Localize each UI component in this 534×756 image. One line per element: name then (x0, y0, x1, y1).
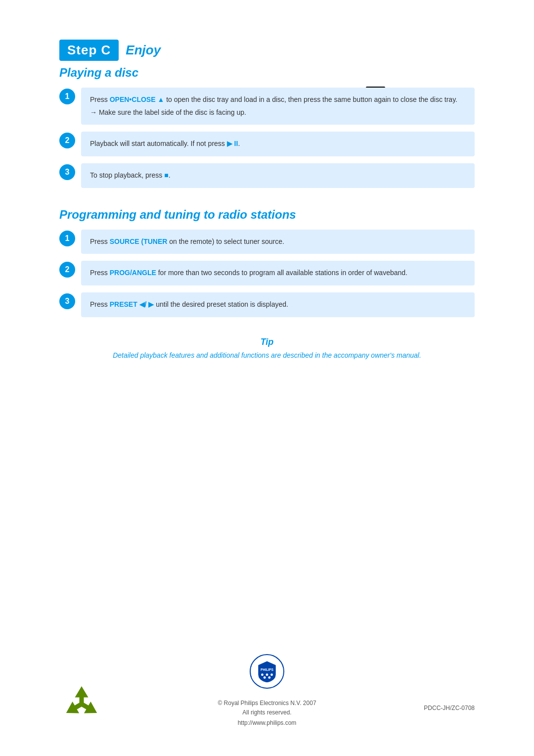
radio-step-3-circle: 3 (59, 293, 75, 309)
rights-line: All rights reserved. (218, 708, 316, 717)
playing-step-2-content: Playback will start automatically. If no… (81, 132, 475, 156)
svg-point-3 (270, 673, 273, 676)
svg-point-2 (266, 673, 268, 676)
radio-step-2: 2 Press PROG/ANGLE for more than two sec… (59, 261, 475, 285)
playing-step-1: 1 Press OPEN•CLOSE ▲ to open the disc tr… (59, 88, 475, 125)
play-pause-highlight: ▶ II (227, 140, 238, 147)
radio-step-3-content: Press PRESET ◀/ ▶ until the desired pres… (81, 292, 475, 317)
footer-copyright: © Royal Philips Electronics N.V. 2007 Al… (218, 699, 316, 717)
philips-logo: PHILIPS (250, 654, 284, 689)
prog-angle-highlight: PROG/ANGLE (110, 269, 156, 277)
svg-point-1 (261, 673, 264, 676)
radio-step-1: 1 Press SOURCE (TUNER on the remote) to … (59, 230, 475, 254)
svg-point-5 (268, 676, 270, 679)
stop-highlight: ■ (164, 171, 168, 179)
preset-highlight: PRESET ◀/ ▶ (110, 300, 154, 308)
source-highlight: SOURCE (TUNER (110, 237, 168, 245)
recycle-logo (59, 682, 104, 726)
philips-shield-icon: PHILIPS (257, 661, 277, 682)
svg-text:PHILIPS: PHILIPS (261, 668, 274, 671)
radio-step-1-content: Press SOURCE (TUNER on the remote) to se… (81, 230, 475, 254)
tip-label: Tip (59, 337, 475, 347)
playing-step-3: 3 To stop playback, press ■. (59, 163, 475, 188)
step-c-header: Step C Enjoy (59, 40, 475, 61)
playing-step-2-circle: 2 (59, 133, 75, 148)
step-c-enjoy: Enjoy (126, 43, 161, 58)
playing-step-1-circle: 1 (59, 89, 75, 104)
playing-step-3-content: To stop playback, press ■. (81, 163, 475, 188)
playing-step-1-note: Make sure the label side of the disc is … (90, 107, 466, 118)
radio-title: Programming and tuning to radio stations (59, 208, 475, 222)
open-close-highlight: OPEN•CLOSE ▲ (110, 95, 165, 103)
footer-url: http://www.philips.com (238, 719, 297, 726)
radio-step-1-circle: 1 (59, 231, 75, 246)
radio-section: Programming and tuning to radio stations… (59, 208, 475, 317)
radio-step-2-content: Press PROG/ANGLE for more than two secon… (81, 261, 475, 285)
tip-section: Tip Detailed playback features and addit… (59, 337, 475, 361)
copyright-line: © Royal Philips Electronics N.V. 2007 (218, 699, 316, 708)
radio-step-2-circle: 2 (59, 262, 75, 278)
footer-code: PDCC-JH/ZC-0708 (424, 705, 475, 711)
svg-point-4 (264, 676, 266, 679)
playing-step-3-circle: 3 (59, 164, 75, 180)
playing-disc-title: Playing a disc (59, 66, 475, 80)
recycle-icon (59, 682, 104, 726)
playing-step-2: 2 Playback will start automatically. If … (59, 132, 475, 156)
radio-step-3: 3 Press PRESET ◀/ ▶ until the desired pr… (59, 292, 475, 317)
playing-disc-section: Playing a disc 1 Press OPEN•CLOSE ▲ to o… (59, 66, 475, 188)
tip-text: Detailed playback features and additiona… (59, 350, 475, 361)
page: Step C Enjoy DVDVIDEO 🖸 SVCD RW MP3 DVDD… (0, 0, 534, 756)
playing-step-1-content: Press OPEN•CLOSE ▲ to open the disc tray… (81, 88, 475, 125)
step-c-label: Step C (59, 40, 119, 61)
